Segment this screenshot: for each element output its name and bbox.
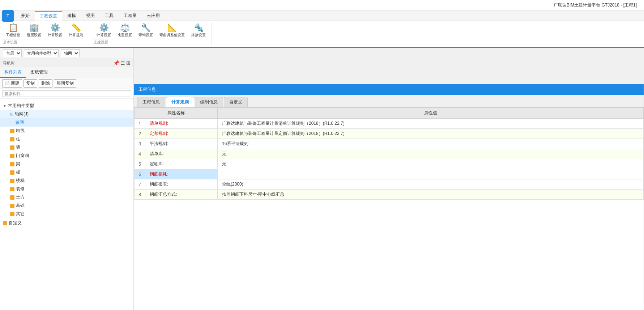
dialog-title: 工程信息 — [138, 86, 156, 93]
prop-name: 定额规则: — [145, 129, 218, 139]
prop-value: 无 — [218, 149, 644, 159]
toolbar-group-basic: 📋 工程信息 🏢 楼层设置 ⚙️ 计算设置 📏 计算规则 基本设置 — [0, 22, 89, 45]
slab-label: 板 — [16, 169, 20, 175]
tab-calc-rules[interactable]: 计算规则 — [166, 97, 194, 107]
nav-list-icon[interactable]: ☰ — [120, 60, 125, 66]
floor-copy-label: 层间复制 — [56, 81, 74, 86]
nav-pin-icon[interactable]: 📌 — [113, 60, 119, 66]
column-icon — [10, 137, 14, 141]
earthwork-item[interactable]: 土方 — [0, 193, 133, 201]
calc-settings2-button[interactable]: ⚙️ 计算设置 — [94, 22, 114, 38]
wall-item[interactable]: 墙 — [0, 143, 133, 152]
tab-project-info[interactable]: 工程信息 — [137, 97, 165, 107]
loss-settings-label: 弯曲调整值设置 — [159, 33, 185, 38]
other-label: 其它 — [16, 211, 25, 217]
table-row[interactable]: 2定额规则:广联达建筑与装饰工程量计量定额计算规则（2018）(R1.0.22.… — [135, 129, 644, 139]
ratio-settings-button[interactable]: ⚖️ 比重设置 — [115, 22, 135, 38]
col-header-name: 属性名称 — [135, 108, 218, 119]
decoration-icon — [10, 187, 14, 191]
bend-settings-label: 弯钩设置 — [138, 33, 153, 38]
door-window-icon — [10, 154, 14, 158]
staircase-item[interactable]: 楼梯 — [0, 177, 133, 185]
table-row[interactable]: 6钢筋损耗: — [135, 169, 644, 179]
ribbon-tab-modeling[interactable]: 建模 — [62, 11, 81, 21]
project-info-button[interactable]: 📋 工程信息 — [3, 22, 23, 38]
decoration-item[interactable]: 装修 — [0, 185, 133, 193]
tab-component-list[interactable]: 构件列表 — [0, 67, 26, 78]
foundation-item[interactable]: 基础 — [0, 201, 133, 210]
ribbon-toolbar: 📋 工程信息 🏢 楼层设置 ⚙️ 计算设置 📏 计算规则 基本设置 — [0, 21, 644, 47]
calc-rules-button[interactable]: 📏 计算规则 — [66, 22, 86, 38]
tab-drawing-mgmt[interactable]: 图纸管理 — [26, 67, 52, 78]
tab-custom-def[interactable]: 自定义 — [224, 97, 248, 107]
common-types-item[interactable]: ▼ 常用构件类型 — [0, 102, 133, 110]
nav-toolbar: 📄 新建 复制 删除 层间复制 — [0, 78, 133, 89]
loss-settings-button[interactable]: 📐 弯曲调整值设置 — [157, 22, 188, 38]
floor-settings-label: 楼层设置 — [27, 33, 41, 38]
new-icon: 📄 — [5, 81, 10, 86]
title-bar: 广联达BIM土建计量平台 GTJ2018 - [工程1] — [0, 0, 644, 11]
ribbon-tab-project_settings[interactable]: 工程设置 — [35, 11, 62, 21]
other-icon — [10, 212, 14, 216]
table-row[interactable]: 3平法规则:16系平法规则 — [135, 139, 644, 149]
floor-copy-button[interactable]: 层间复制 — [54, 79, 76, 88]
prop-value: 按照钢筋下料尺寸-即中心线汇总 — [218, 190, 644, 200]
table-row[interactable]: 5定额库:无 — [135, 159, 644, 169]
prop-name: 钢筋汇总方式: — [145, 190, 218, 200]
ribbon-tab-quantity[interactable]: 工程量 — [119, 11, 142, 21]
search-input[interactable] — [2, 90, 131, 97]
search-container — [0, 89, 133, 99]
custom-item[interactable]: 自定义 — [0, 219, 133, 227]
tab-edit-info[interactable]: 编制信息 — [195, 97, 223, 107]
ratio-settings-label: 比重设置 — [118, 33, 132, 38]
prop-value: 广联达建筑与装饰工程量计量定额计算规则（2018）(R1.0.22.7) — [218, 129, 644, 139]
table-row[interactable]: 7钢筋报表:全统(2000) — [135, 179, 644, 190]
properties-table: 属性名称 属性值 1清单规则:广联达建筑与装饰工程量计量清单计算规则（2018）… — [134, 107, 644, 200]
calc-settings-label: 计算设置 — [48, 33, 62, 38]
nav-grid-icon[interactable]: ⊞ — [126, 60, 131, 66]
new-component-button[interactable]: 📄 新建 — [2, 79, 22, 88]
grid-select[interactable]: 轴网 — [61, 49, 80, 57]
beam-item[interactable]: 梁 — [0, 160, 133, 168]
staircase-label: 楼梯 — [16, 178, 25, 184]
axis-net-sub-label: 轴网 — [15, 120, 24, 125]
table-row[interactable]: 1清单规则:广联达建筑与装饰工程量计量清单计算规则（2018）(R1.0.22.… — [135, 119, 644, 129]
ribbon-tab-start[interactable]: 开始 — [16, 11, 35, 21]
earthwork-label: 土方 — [16, 194, 25, 200]
rebar-settings-button[interactable]: 🔩 搭接设置 — [188, 22, 209, 38]
column-item[interactable]: 柱 — [0, 135, 133, 143]
floor-select[interactable]: 首层 — [3, 49, 22, 57]
floor-settings-button[interactable]: 🏢 楼层设置 — [24, 22, 44, 38]
nav-tree-label: 导航树 — [3, 60, 15, 66]
ribbon-tab-tools[interactable]: 工具 — [100, 11, 119, 21]
dialog-content: 属性名称 属性值 1清单规则:广联达建筑与装饰工程量计量清单计算规则（2018）… — [134, 107, 644, 310]
prop-name: 钢筋报表: — [145, 179, 218, 190]
prop-value[interactable] — [218, 169, 644, 179]
ribbon-tab-view[interactable]: 视图 — [81, 11, 100, 21]
copy-component-button[interactable]: 复制 — [24, 79, 37, 88]
axis-net-sub-item[interactable]: 轴网 — [0, 118, 133, 127]
rebar-settings-label: 搭接设置 — [191, 33, 206, 38]
other-item[interactable]: 其它 — [0, 210, 133, 218]
table-row[interactable]: 8钢筋汇总方式:按照钢筋下料尺寸-即中心线汇总 — [135, 190, 644, 200]
ribbon-tab-cloud[interactable]: 云应用 — [142, 11, 165, 21]
axis-net-item[interactable]: ⊞ 轴网(J) — [0, 110, 133, 118]
filter-bar: 首层 常用构件类型 轴网 — [0, 48, 133, 59]
slab-item[interactable]: 板 — [0, 168, 133, 177]
table-row[interactable]: 4清单库:无 — [135, 149, 644, 159]
door-window-item[interactable]: 门窗洞 — [0, 152, 133, 160]
expand-arrow-icon: ▼ — [3, 104, 7, 108]
foundation-icon — [10, 204, 14, 208]
component-type-select[interactable]: 常用构件类型 — [24, 49, 59, 57]
prop-value: 16系平法规则 — [218, 139, 644, 149]
delete-component-button[interactable]: 删除 — [39, 79, 52, 88]
axis-line-item[interactable]: 轴线 — [0, 127, 133, 135]
basic-settings-label: 基本设置 — [3, 39, 17, 45]
calc-settings-button[interactable]: ⚙️ 计算设置 — [45, 22, 65, 38]
axis-line-label: 轴线 — [16, 128, 25, 134]
row-number: 5 — [135, 159, 145, 169]
ribbon: T 开始工程设置建模视图工具工程量云应用 📋 工程信息 🏢 楼层设置 ⚙️ 计算… — [0, 11, 644, 48]
bend-settings-button[interactable]: 🔧 弯钩设置 — [136, 22, 156, 38]
foundation-label: 基础 — [16, 203, 25, 209]
custom-icon — [3, 221, 7, 225]
